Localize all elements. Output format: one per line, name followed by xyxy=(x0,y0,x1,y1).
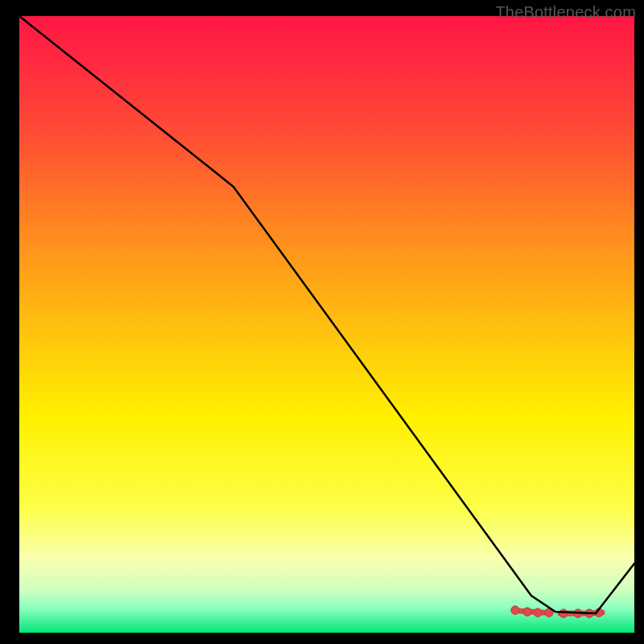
chart-svg xyxy=(0,0,644,644)
marker-dot xyxy=(534,609,542,617)
marker-dot xyxy=(523,608,531,616)
gradient-background xyxy=(19,16,634,633)
marker-dot xyxy=(511,606,519,614)
chart-container: TheBottleneck.com xyxy=(0,0,644,644)
marker-dot xyxy=(559,609,568,617)
watermark-text: TheBottleneck.com xyxy=(495,3,636,22)
